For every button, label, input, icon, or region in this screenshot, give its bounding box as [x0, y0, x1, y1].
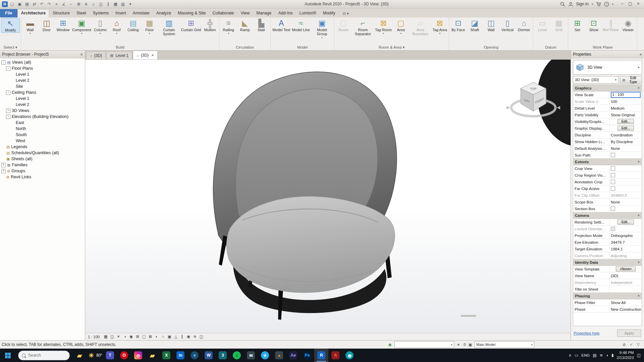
- ribbon-tab-insert[interactable]: Insert: [112, 9, 129, 17]
- save-icon[interactable]: ▤: [24, 1, 30, 7]
- taskbar-opera[interactable]: O: [117, 349, 131, 362]
- visual-style-icon[interactable]: ◫: [109, 334, 115, 340]
- tree-item-groups[interactable]: +⊞Groups: [0, 168, 85, 174]
- aligned-dimension-icon[interactable]: ⌐: [68, 1, 74, 7]
- tree-item-level-1[interactable]: Level 1: [0, 96, 85, 102]
- ribbon-button-model-text[interactable]: AModel Text: [272, 18, 291, 32]
- section-header-phasing[interactable]: Phasing«: [573, 293, 642, 299]
- section-header-camera[interactable]: Camera«: [573, 212, 642, 219]
- ribbon-tab-annotate[interactable]: Annotate: [129, 9, 153, 17]
- button-visibility-graphi[interactable]: Edit...: [618, 119, 634, 124]
- temporary-hide-isolate-icon[interactable]: ◐: [154, 334, 159, 340]
- tree-item-north[interactable]: North: [0, 126, 85, 132]
- value-view-scale[interactable]: 1 : 100: [611, 92, 641, 98]
- close-hidden-windows-icon[interactable]: ▦: [113, 1, 118, 7]
- close-project-browser-icon[interactable]: ×: [80, 52, 83, 57]
- value-show-hidden-li[interactable]: By Discipline: [611, 140, 641, 144]
- temporary-view-properties-icon[interactable]: ▣: [167, 334, 172, 340]
- view-scale-control[interactable]: 1 : 100: [87, 335, 102, 339]
- detail-level-icon[interactable]: ▦: [103, 334, 108, 340]
- value-scale-value-1[interactable]: 100: [611, 100, 641, 104]
- collapse-section-icon[interactable]: «: [637, 87, 641, 89]
- value-target-elevation[interactable]: 1984.1: [611, 247, 641, 251]
- ribbon-button-wall[interactable]: ◫Wall: [483, 18, 499, 32]
- help-icon[interactable]: ?: [604, 2, 609, 7]
- panel-label-room-area[interactable]: Room & Area ▾: [334, 45, 449, 50]
- panel-label-datum[interactable]: Datum: [533, 45, 568, 50]
- apply-button[interactable]: Apply: [617, 329, 641, 337]
- taskbar-weather-widget[interactable]: ☀80°: [87, 349, 103, 362]
- viewcube-top-face[interactable]: TOP: [530, 87, 536, 90]
- taskbar-word[interactable]: W: [202, 349, 216, 362]
- ribbon-tab-view[interactable]: View: [237, 9, 253, 17]
- panel-label-select[interactable]: Select ▾: [0, 45, 21, 50]
- exclude-options-icon[interactable]: ⊘: [622, 342, 627, 347]
- ribbon-button-door[interactable]: ◫Door: [39, 18, 55, 32]
- selection-filter-icon[interactable]: ▽: [636, 342, 641, 347]
- sign-in-button[interactable]: Sign In: [576, 2, 589, 6]
- tree-item-sheets-all[interactable]: ▣Sheets (all): [0, 156, 85, 162]
- view-tab-level-1[interactable]: ▦Level 1: [106, 51, 132, 59]
- button-view-template[interactable]: <None>: [616, 266, 636, 272]
- ribbon-button-modify[interactable]: ↖ Modify: [1, 18, 20, 33]
- tree-item-families[interactable]: +▦Families: [0, 162, 85, 168]
- user-icon[interactable]: [568, 2, 573, 7]
- switch-windows-icon[interactable]: ▥: [120, 1, 126, 7]
- taskbar-photoshop[interactable]: Ps: [300, 349, 314, 362]
- sync-with-central-icon[interactable]: ⇄: [32, 1, 37, 7]
- value-default-analysis[interactable]: None: [611, 146, 641, 150]
- panel-label-build[interactable]: Build: [21, 45, 219, 50]
- ribbon-tab-manage[interactable]: Manage: [253, 9, 275, 17]
- taskbar-teams[interactable]: T: [103, 349, 117, 362]
- ribbon-button-tag-room[interactable]: ⊠Tag Room▾: [374, 18, 392, 35]
- ribbon-button-column[interactable]: ▯Column▾: [92, 18, 108, 35]
- panel-label-opening[interactable]: Opening: [449, 45, 533, 50]
- tree-item-schedules-quantities-all[interactable]: ▥Schedules/Quantities (all): [0, 150, 85, 156]
- shadows-icon[interactable]: ◑: [122, 334, 127, 340]
- ribbon-tab-systems[interactable]: Systems: [89, 9, 112, 17]
- button-graphic-display[interactable]: Edit...: [618, 126, 634, 131]
- ribbon-button-dormer[interactable]: ⌂Dormer: [516, 18, 532, 32]
- tree-item-floor-plans[interactable]: −Floor Plans: [0, 65, 85, 71]
- tree-item-views-all[interactable]: −▤Views (all): [0, 59, 85, 65]
- tree-item-level-1[interactable]: Level 1: [0, 71, 85, 77]
- screen-cast-icon[interactable]: ▭: [575, 353, 578, 358]
- ribbon-button-model-line[interactable]: ≈Model Line: [291, 18, 311, 32]
- ribbon-button-window[interactable]: ⊞Window: [55, 18, 71, 32]
- ribbon-button-railing[interactable]: ≡Railing▾: [220, 18, 236, 35]
- tree-item-3d-views[interactable]: +3D Views: [0, 108, 85, 114]
- taskbar-mail[interactable]: ✉: [244, 349, 258, 362]
- taskbar-3ds-max[interactable]: 3: [216, 349, 230, 362]
- new-file-icon[interactable]: ▢: [9, 1, 15, 7]
- view-tab-3d[interactable]: ⌂{3D}: [86, 51, 106, 59]
- app-store-cart-icon[interactable]: [596, 2, 601, 7]
- sun-path-icon[interactable]: ☀: [116, 334, 121, 340]
- ribbon-tab-lumion[interactable]: Lumion®: [296, 9, 320, 17]
- close-properties-icon[interactable]: ×: [639, 52, 642, 57]
- ribbon-display-toggle-icon[interactable]: ⊡ ▾: [341, 10, 351, 17]
- ribbon-button-ceiling[interactable]: ▤Ceiling: [125, 18, 141, 32]
- checkbox-crop-view[interactable]: [611, 166, 615, 171]
- tree-item-legends[interactable]: ▤Legends: [0, 144, 85, 150]
- ribbon-button-wall[interactable]: ▬Wall▾: [22, 18, 38, 35]
- ribbon-button-area[interactable]: ▢Area▾: [393, 18, 409, 35]
- ribbon-tab-add-ins[interactable]: Add-Ins: [275, 9, 296, 17]
- edit-type-button[interactable]: ▦ Edit Type: [620, 76, 642, 83]
- tree-item-level-2[interactable]: Level 2: [0, 77, 85, 83]
- tree-expander-icon[interactable]: −: [1, 60, 6, 65]
- taskbar-linkedin[interactable]: in: [173, 349, 187, 362]
- communicate-icon[interactable]: ◫: [199, 334, 204, 340]
- ribbon-button-model-group[interactable]: ▣Model Group▾: [311, 18, 333, 39]
- tree-item-level-2[interactable]: Level 2: [0, 102, 85, 108]
- value-view-name[interactable]: {3D}: [611, 274, 641, 278]
- ribbon-button-viewer[interactable]: ◉Viewer: [620, 18, 636, 32]
- type-selector[interactable]: 3D View ▾: [573, 60, 642, 75]
- panel-label-work-plane[interactable]: Work Plane: [568, 45, 637, 50]
- ribbon-tab-file[interactable]: File: [0, 9, 17, 17]
- design-options-icon[interactable]: ▣: [468, 342, 473, 347]
- taskbar-acrobat[interactable]: A: [328, 349, 342, 362]
- ribbon-button-set[interactable]: ⊞Set: [569, 18, 585, 32]
- tree-expander-icon[interactable]: +: [6, 109, 10, 113]
- section-header-graphics[interactable]: Graphics«: [573, 85, 642, 92]
- tree-item-east[interactable]: East: [0, 120, 85, 126]
